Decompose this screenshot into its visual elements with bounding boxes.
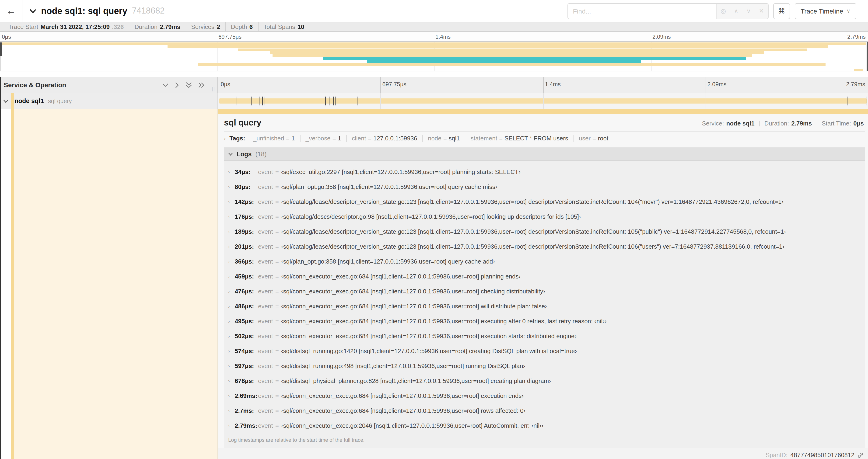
clear-search-icon[interactable]: ✕ <box>759 7 764 14</box>
log-field-key: event <box>258 168 273 175</box>
summary-value: 6 <box>249 22 253 31</box>
log-equals: = <box>275 213 279 220</box>
column-resize-handle[interactable]: || <box>212 86 215 91</box>
log-row[interactable]: ›476μs:event=‹sql/conn_executor_exec.go:… <box>224 284 865 299</box>
log-field-value: ‹sql/catalog/descs/descriptor.go:98 [nsq… <box>281 213 581 220</box>
summary-item: Total Spans10 <box>258 22 309 31</box>
trace-title-wrap[interactable]: node sql1: sql query 7418682 <box>22 6 165 16</box>
chevron-down-icon <box>228 152 233 156</box>
minimap-range-start-handle[interactable] <box>0 42 2 56</box>
minimap-graph[interactable] <box>0 41 868 71</box>
log-field-key: event <box>258 422 273 429</box>
minimap-ruler: 0μs697.75μs1.4ms2.09ms2.79ms <box>0 32 868 41</box>
deep-link-icon[interactable] <box>857 452 864 458</box>
log-row[interactable]: ›678μs:event=‹sql/distsql_physical_plann… <box>224 373 865 388</box>
log-row[interactable]: ›142μs:event=‹sql/catalog/lease/descript… <box>224 194 865 209</box>
chevron-right-icon: › <box>228 378 235 383</box>
timeline-ticks-header: 0μs697.75μs1.4ms2.09ms2.79ms <box>218 77 868 93</box>
minimap-span-bar <box>270 51 764 54</box>
log-event-marker <box>867 97 867 105</box>
log-row[interactable]: ›34μs:event=‹sql/exec_util.go:2297 [nsql… <box>224 164 865 179</box>
page-title: node sql1: sql query <box>41 6 127 16</box>
log-equals: = <box>275 198 279 205</box>
log-field-value: ‹sql/distsql_running.go:1420 [nsql1,clie… <box>281 347 577 354</box>
chevron-right-icon: › <box>228 259 235 264</box>
log-event-marker <box>262 97 262 105</box>
log-row[interactable]: ›502μs:event=‹sql/conn_executor_exec.go:… <box>224 328 865 343</box>
log-field-key: event <box>258 347 273 354</box>
chevron-down-icon <box>29 9 36 13</box>
log-row[interactable]: ›574μs:event=‹sql/distsql_running.go:142… <box>224 343 865 358</box>
log-event-marker <box>847 97 848 105</box>
summary-value: 2.79ms <box>160 22 180 31</box>
prev-result-icon[interactable]: ∧ <box>734 7 738 14</box>
next-result-icon[interactable]: ∨ <box>746 7 751 14</box>
log-field-key: event <box>258 198 273 205</box>
tag-key: _unfinished <box>253 135 284 142</box>
tags-accordion[interactable]: › Tags: _unfinished=1_verbose=1client=12… <box>224 132 865 144</box>
log-equals: = <box>275 362 279 369</box>
trace-view-selector[interactable]: Trace Timeline ∨ <box>795 3 856 19</box>
log-timestamp: 80μs: <box>235 183 258 190</box>
log-field-key: event <box>258 243 273 250</box>
log-row[interactable]: ›176μs:event=‹sql/catalog/descs/descript… <box>224 209 865 224</box>
log-timestamp: 34μs: <box>235 168 258 175</box>
span-row-timeline[interactable] <box>218 93 868 109</box>
log-field-key: event <box>258 362 273 369</box>
log-event-marker <box>325 97 326 105</box>
minimap-span-bar <box>238 48 807 51</box>
log-row[interactable]: ›459μs:event=‹sql/conn_executor_exec.go:… <box>224 269 865 284</box>
minimap-span-bar <box>0 42 866 45</box>
log-equals: = <box>275 318 279 324</box>
logs-accordion-header[interactable]: Logs (18) <box>224 147 865 160</box>
log-timestamp: 502μs: <box>235 332 258 339</box>
tag-equals: = <box>499 135 503 142</box>
log-row[interactable]: ›495μs:event=‹sql/conn_executor_exec.go:… <box>224 314 865 328</box>
keyboard-shortcuts-button[interactable]: ⌘ <box>773 3 790 19</box>
summary-item: Trace StartMarch 31 2022, 17:25:09.326 <box>3 22 129 31</box>
tag-item: _verbose=1 <box>300 135 346 142</box>
tag-equals: = <box>443 135 447 142</box>
log-row[interactable]: ›80μs:event=‹sql/plan_opt.go:358 [nsql1,… <box>224 179 865 194</box>
log-field-key: event <box>258 392 273 399</box>
log-row[interactable]: ›2.79ms:event=‹sql/conn_executor_exec.go… <box>224 418 865 433</box>
detail-accent-bar <box>218 109 868 114</box>
log-row[interactable]: ›486μs:event=‹sql/conn_executor_exec.go:… <box>224 299 865 314</box>
back-button[interactable]: ← <box>0 0 22 22</box>
tag-key: user <box>579 135 591 142</box>
span-row-name-column[interactable]: node sql1 sql query <box>0 93 218 109</box>
detail-header: sql query Service:node sql1Duration:2.79… <box>224 118 865 128</box>
chevron-down-icon <box>3 99 8 103</box>
log-row[interactable]: ›189μs:event=‹sql/catalog/lease/descript… <box>224 224 865 239</box>
log-row[interactable]: ›2.69ms:event=‹sql/conn_executor_exec.go… <box>224 388 865 403</box>
detail-meta-label: Duration: <box>765 120 789 127</box>
find-input[interactable] <box>568 3 716 19</box>
expand-one-icon[interactable] <box>175 82 179 88</box>
log-row[interactable]: ›366μs:event=‹sql/plan_opt.go:358 [nsql1… <box>224 254 865 269</box>
log-field-key: event <box>258 332 273 339</box>
log-row[interactable]: ›2.7ms:event=‹sql/conn_executor_exec.go:… <box>224 403 865 418</box>
minimap-range-end-handle[interactable] <box>867 42 868 71</box>
timeline-column-divider <box>706 77 706 93</box>
collapse-one-icon[interactable] <box>162 83 168 87</box>
log-event-marker <box>251 97 251 105</box>
log-row[interactable]: ›597μs:event=‹sql/distsql_running.go:498… <box>224 358 865 373</box>
tag-equals: = <box>592 135 596 142</box>
detail-footer: SpanID: 4877749850101760812 <box>218 448 868 459</box>
collapse-all-icon[interactable] <box>186 82 192 88</box>
log-row[interactable]: ›201μs:event=‹sql/catalog/lease/descript… <box>224 239 865 254</box>
log-equals: = <box>275 183 279 190</box>
detail-meta-item: Duration:2.79ms <box>765 120 812 127</box>
log-event-marker <box>333 97 334 105</box>
tags-list: _unfinished=1_verbose=1client=127.0.0.1:… <box>248 135 614 142</box>
timeline-grid-header: Service & Operation || 0μs697.75μs1.4ms2… <box>0 77 868 93</box>
summary-label: Total Spans <box>264 22 295 31</box>
match-highlight-icon[interactable]: ◎ <box>720 7 726 14</box>
expand-all-icon[interactable] <box>198 82 205 88</box>
detail-meta-item: Start Time:0μs <box>822 120 864 127</box>
minimap-tick-label: 2.09ms <box>652 34 671 40</box>
minimap-tick-label: 0μs <box>2 34 11 40</box>
view-selector-label: Trace Timeline <box>801 7 843 15</box>
log-equals: = <box>275 347 279 354</box>
log-equals: = <box>275 258 279 265</box>
